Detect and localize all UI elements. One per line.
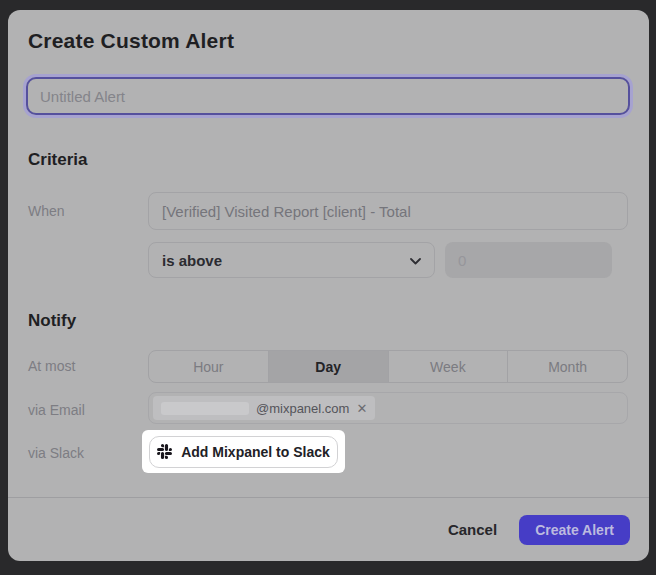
remove-email-icon[interactable]: ✕ — [356, 402, 367, 415]
via-email-label: via Email — [28, 403, 85, 417]
dialog-footer: Cancel Create Alert — [8, 497, 649, 561]
alert-metric-input[interactable] — [148, 192, 628, 230]
slack-button-label: Add Mixpanel to Slack — [181, 444, 330, 460]
alert-name-input[interactable] — [26, 77, 630, 115]
frequency-option-day[interactable]: Day — [268, 351, 388, 382]
frequency-option-hour[interactable]: Hour — [149, 351, 268, 382]
operator-select[interactable]: is above — [148, 242, 435, 278]
chevron-down-icon — [410, 251, 421, 269]
create-alert-button[interactable]: Create Alert — [519, 515, 630, 545]
criteria-heading: Criteria — [28, 150, 88, 170]
via-slack-label: via Slack — [28, 446, 84, 460]
redacted-email-name — [161, 402, 249, 415]
create-custom-alert-dialog: Create Custom Alert Criteria When is abo… — [8, 10, 649, 561]
when-label: When — [28, 204, 65, 218]
frequency-option-week[interactable]: Week — [388, 351, 508, 382]
email-domain-text: @mixpanel.com — [256, 401, 349, 416]
slack-spotlight-highlight: Add Mixpanel to Slack — [142, 430, 345, 473]
operator-selected-value: is above — [162, 252, 222, 269]
frequency-option-month[interactable]: Month — [507, 351, 627, 382]
frequency-segmented-control: Hour Day Week Month — [148, 350, 628, 383]
at-most-label: At most — [28, 359, 75, 373]
email-chip: @mixpanel.com ✕ — [153, 396, 375, 420]
dialog-title: Create Custom Alert — [28, 29, 234, 53]
notify-heading: Notify — [28, 311, 76, 331]
slack-icon — [157, 444, 172, 459]
cancel-button[interactable]: Cancel — [448, 521, 497, 538]
email-recipients-input[interactable]: @mixpanel.com ✕ — [148, 392, 628, 424]
add-mixpanel-to-slack-button[interactable]: Add Mixpanel to Slack — [149, 436, 338, 468]
threshold-input[interactable] — [445, 242, 612, 278]
